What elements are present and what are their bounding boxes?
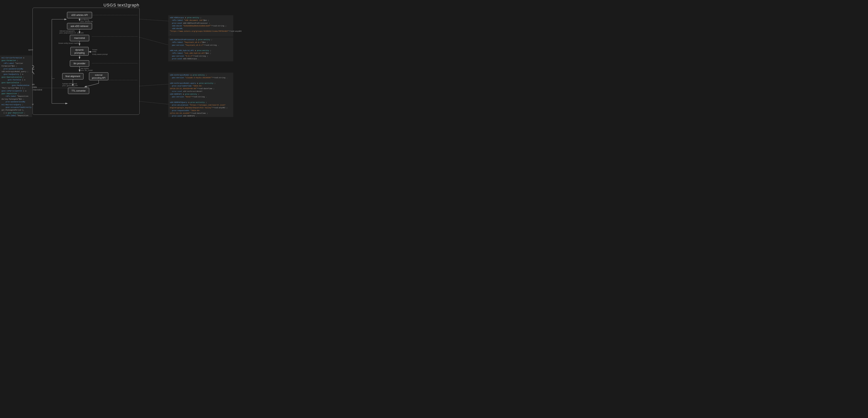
svg-text:prov: llm_model: prov: llm_model [81,69,93,71]
svg-rect-26 [70,47,89,56]
svg-line-3 [140,101,168,104]
svg-text:known entity (exact match): known entity (exact match) [59,42,79,44]
svg-text:final alignment: final alignment [65,75,80,78]
svg-text:xDD articles API: xDD articles API [71,14,88,17]
svg-text:ask-xDD retriever: ask-xDD retriever [70,25,88,28]
svg-line-2 [140,84,168,86]
svg-text:external: external [95,74,102,76]
svg-text:relevant paragraphs: relevant paragraphs [59,30,75,32]
svg-text:prov: preprocessor id , ask-xD: prov: preprocessor id , ask-xDD [59,32,84,34]
svg-rect-39 [62,73,83,79]
svg-text:macrostrat: macrostrat [74,37,85,39]
left-info-box: msl:CartierFormation a gsoc:Formation ; … [0,56,32,117]
svg-rect-49 [68,88,89,94]
svg-text:llm provider: llm provider [73,62,86,65]
svg-text:prompting: prompting [74,52,85,54]
main-title: USGS text2graph [0,0,243,8]
svg-line-46 [84,83,99,87]
svg-rect-17 [67,23,92,29]
svg-text:known: known [92,49,97,51]
svg-rect-22 [70,35,89,41]
svg-rect-41 [89,72,108,80]
svg-text:prov: geocoding API: prov: geocoding API [62,85,78,87]
svg-rect-34 [70,60,89,66]
right-info-box-4: xdd:SERPAPI a prov:entity ; pav:version … [168,92,233,117]
svg-text:TTL converter: TTL converter [71,89,86,92]
svg-text:geocoding API: geocoding API [92,77,105,79]
svg-line-1 [140,37,168,45]
svg-line-0 [140,19,168,21]
svg-rect-12 [67,12,92,18]
svg-text:hydrate GPS coord: hydrate GPS coord [62,83,77,85]
svg-text:dynamic: dynamic [75,49,84,51]
right-info-box-2: xdd:XDDTextPreProcessor a prov:entity ; … [168,37,233,61]
svg-text:Entity aware prompt: Entity aware prompt [92,53,108,55]
diagram-container: xDD articles API pre-filtering prov: art… [32,8,140,115]
right-info-box-1: xdd:XDDCorpus a prov:entity ; rdfs:label… [168,15,233,37]
svg-text:prov: articles ids: prov: articles ids [81,21,93,23]
svg-text:pre-filtering: pre-filtering [81,19,89,21]
svg-text:entity: entity [92,51,97,53]
svg-text:raw triplets: raw triplets [81,67,89,69]
